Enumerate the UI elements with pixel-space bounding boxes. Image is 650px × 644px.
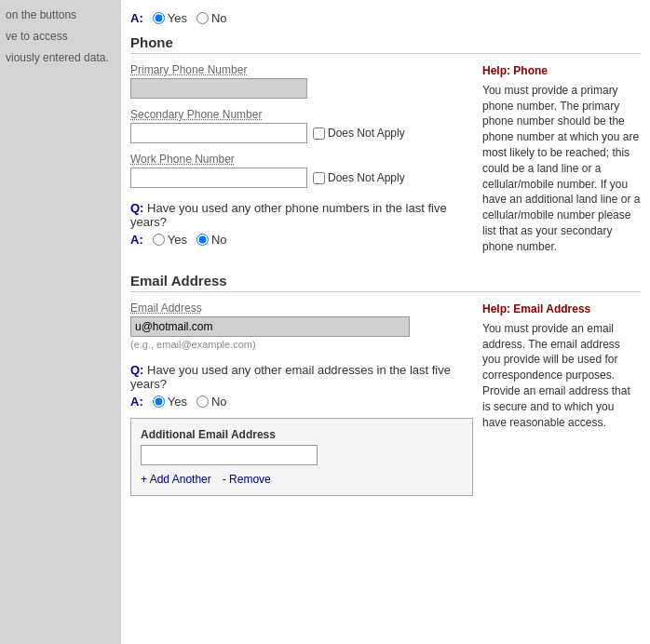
add-another-link[interactable]: Add Another (141, 473, 211, 486)
phone-a-label: A: (130, 233, 143, 247)
work-phone-row: Does Not Apply (130, 168, 473, 188)
secondary-phone-label: Secondary Phone Number (130, 108, 473, 121)
top-yes-label: Yes (168, 11, 187, 25)
email-no-radio[interactable] (196, 396, 209, 408)
phone-q-label: Q: (130, 201, 143, 215)
phone-help-title: Help: Phone (482, 63, 641, 79)
phone-yes-radio[interactable] (153, 234, 165, 246)
left-sidebar: on the buttons ve to access viously ente… (0, 0, 121, 644)
email-a-label: A: (130, 395, 143, 409)
email-form-area: Email Address (e.g., email@example.com) … (130, 302, 473, 496)
additional-email-box: Additional Email Address Add Another Rem… (130, 418, 473, 496)
phone-no-radio[interactable] (196, 234, 209, 246)
email-answer-row: A: Yes No (130, 395, 473, 409)
top-yes-radio[interactable] (153, 12, 165, 24)
additional-email-label: Additional Email Address (141, 428, 463, 441)
sidebar-text-2: ve to access (6, 29, 115, 45)
email-yes-radio[interactable] (153, 396, 165, 408)
top-no-radio[interactable] (196, 12, 209, 24)
email-help-title: Help: Email Address (482, 302, 641, 317)
sidebar-text-3: viously entered data. (6, 50, 115, 66)
email-section-title: Email Address (130, 273, 641, 292)
phone-help-text: You must provide a primary phone number.… (482, 83, 641, 255)
top-no-label: No (211, 11, 227, 25)
email-no-label[interactable]: No (196, 395, 227, 409)
email-help-text: You must provide an email address. The e… (482, 321, 641, 431)
does-not-apply-1-checkbox[interactable] (313, 127, 325, 140)
work-phone-group: Work Phone Number Does Not Apply (130, 153, 473, 188)
phone-section-title: Phone (130, 34, 641, 54)
phone-help-area: Help: Phone You must provide a primary p… (482, 63, 641, 256)
sidebar-text-1: on the buttons (6, 7, 115, 23)
email-no-text: No (211, 395, 227, 409)
email-question: Q: Have you used any other email address… (130, 363, 473, 391)
top-yes-radio-label[interactable]: Yes (153, 11, 187, 25)
email-input[interactable] (130, 316, 410, 337)
secondary-phone-row: Does Not Apply (130, 123, 473, 143)
does-not-apply-2-label[interactable]: Does Not Apply (313, 171, 405, 184)
email-help-area: Help: Email Address You must provide an … (482, 302, 641, 496)
phone-q-row: Q: Have you used any other phone numbers… (130, 201, 473, 247)
email-section: Email Address Email Address (e.g., email… (130, 273, 641, 496)
phone-section: Phone Primary Phone Number Secondary Pho… (130, 34, 641, 256)
does-not-apply-1-label[interactable]: Does Not Apply (313, 127, 405, 140)
top-no-radio-label[interactable]: No (196, 11, 227, 25)
email-field-group: Email Address (e.g., email@example.com) (130, 302, 473, 350)
does-not-apply-2-checkbox[interactable] (313, 172, 325, 184)
phone-yes-label[interactable]: Yes (153, 233, 187, 247)
email-form-help-row: Email Address (e.g., email@example.com) … (130, 302, 641, 496)
remove-link[interactable]: Remove (223, 473, 271, 486)
email-q-row: Q: Have you used any other email address… (130, 363, 473, 409)
does-not-apply-2-text: Does Not Apply (328, 171, 405, 184)
phone-no-label[interactable]: No (196, 233, 227, 247)
add-remove-row: Add Another Remove (141, 473, 463, 486)
secondary-phone-input[interactable] (130, 123, 307, 143)
main-content: A: Yes No Phone Primary Phone Number (121, 0, 650, 644)
email-placeholder: (e.g., email@example.com) (130, 339, 473, 350)
phone-yes-text: Yes (168, 233, 187, 247)
phone-form-help-row: Primary Phone Number Secondary Phone Num… (130, 63, 641, 256)
phone-question: Q: Have you used any other phone numbers… (130, 201, 473, 229)
primary-phone-group: Primary Phone Number (130, 63, 473, 99)
does-not-apply-1-text: Does Not Apply (328, 127, 405, 140)
additional-email-input[interactable] (141, 445, 318, 465)
email-q-text: Have you used any other email addresses … (130, 363, 451, 391)
email-yes-label[interactable]: Yes (153, 395, 187, 409)
phone-no-text: No (211, 233, 227, 247)
primary-phone-input[interactable] (130, 78, 307, 99)
top-qa-row: A: Yes No (130, 11, 641, 25)
secondary-phone-group: Secondary Phone Number Does Not Apply (130, 108, 473, 143)
phone-q-text: Have you used any other phone numbers in… (130, 201, 447, 229)
primary-phone-row (130, 78, 473, 99)
work-phone-input[interactable] (130, 168, 307, 188)
work-phone-label: Work Phone Number (130, 153, 473, 166)
email-q-label: Q: (130, 363, 143, 377)
email-field-label: Email Address (130, 302, 473, 315)
primary-phone-label: Primary Phone Number (130, 63, 473, 76)
email-field-row (130, 316, 473, 337)
top-a-label: A: (130, 11, 143, 25)
phone-answer-row: A: Yes No (130, 233, 473, 247)
email-yes-text: Yes (168, 395, 187, 409)
phone-form-area: Primary Phone Number Secondary Phone Num… (130, 63, 473, 256)
